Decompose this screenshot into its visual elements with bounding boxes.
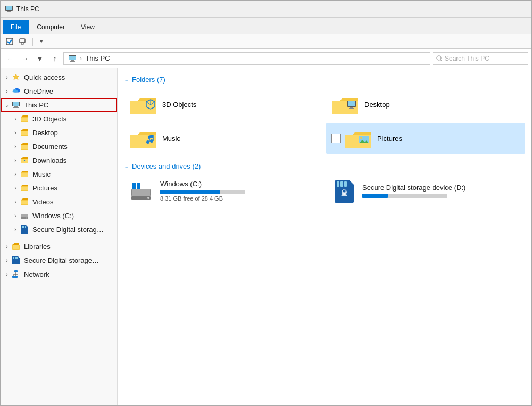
svg-rect-92	[344, 181, 347, 187]
toolbar-dropdown-btn[interactable]: ▾	[36, 36, 47, 47]
sd-card-d-info: Secure Digital storage device (D:)	[362, 184, 520, 198]
address-separator: ›	[80, 54, 82, 62]
nav-back-button[interactable]: ←	[4, 52, 16, 65]
svg-marker-19	[21, 115, 28, 117]
svg-point-74	[150, 139, 153, 143]
tab-computer[interactable]: Computer	[29, 20, 73, 34]
window-title: This PC	[16, 5, 39, 13]
folders-grid: 3D Objects	[124, 89, 525, 154]
onedrive-icon	[11, 86, 21, 96]
pictures-checkbox[interactable]	[331, 134, 341, 143]
grid-item-music[interactable]: Music	[124, 123, 323, 154]
sidebar-label-sd-storage2: Secure Digital storage…	[24, 256, 99, 264]
svg-rect-44	[22, 226, 23, 228]
sidebar-label-desktop: Desktop	[32, 129, 58, 137]
svg-rect-49	[13, 245, 19, 249]
grid-item-pictures[interactable]: Pictures	[326, 123, 525, 154]
grid-item-windows-c[interactable]: Windows (C:) 8.31 GB free of 28.4 GB	[124, 176, 323, 206]
svg-marker-13	[13, 74, 19, 80]
libraries-icon	[11, 242, 21, 251]
svg-rect-17	[13, 107, 19, 108]
sidebar-item-pictures[interactable]: › Pictures	[1, 181, 117, 195]
nav-forward-button[interactable]: →	[19, 52, 31, 65]
sidebar-item-desktop[interactable]: › Desktop	[1, 126, 117, 139]
sidebar-item-downloads[interactable]: › Downloads	[1, 153, 117, 167]
grid-label-3d-objects: 3D Objects	[162, 101, 196, 109]
videos-icon	[20, 197, 29, 206]
sidebar-item-windows-c[interactable]: › Windows (C:)	[1, 209, 117, 222]
sidebar-item-sd-storage2[interactable]: › Secure Digital storage…	[1, 253, 117, 267]
grid-item-3d-objects[interactable]: 3D Objects	[124, 89, 323, 120]
svg-rect-53	[14, 270, 18, 272]
svg-rect-2	[7, 11, 11, 12]
pictures-icon	[20, 183, 29, 193]
sidebar-item-documents[interactable]: › Documents	[1, 139, 117, 153]
sidebar-item-network[interactable]: › Network	[1, 267, 117, 281]
svg-rect-45	[23, 226, 24, 228]
folders-section-label: Folders (7)	[132, 76, 165, 84]
address-path-text: This PC	[85, 54, 110, 62]
expand-arrow-downloads: ›	[11, 158, 20, 163]
sidebar-item-music[interactable]: › Music	[1, 167, 117, 181]
sidebar-label-windows-c: Windows (C:)	[32, 212, 74, 220]
sidebar-label-documents: Documents	[32, 143, 68, 151]
devices-section-header[interactable]: ⌄ Devices and drives (2)	[124, 162, 525, 170]
pictures-folder-icon	[344, 127, 372, 150]
sidebar-label-onedrive: OneDrive	[24, 87, 53, 95]
sidebar-item-onedrive[interactable]: › OneDrive	[1, 84, 117, 98]
quick-access-icon	[11, 72, 21, 82]
address-computer-icon	[68, 54, 77, 63]
devices-section-label: Devices and drives (2)	[132, 162, 201, 170]
main-layout: › Quick access › OneDrive ⌄	[1, 68, 531, 406]
grid-item-desktop[interactable]: Desktop	[326, 89, 525, 120]
svg-rect-23	[21, 131, 28, 135]
this-pc-icon	[11, 100, 21, 110]
ribbon-toolbar: | ▾	[1, 34, 531, 48]
network-icon	[11, 269, 21, 279]
sidebar-item-videos[interactable]: › Videos	[1, 195, 117, 209]
svg-marker-32	[21, 171, 28, 172]
nav-up-button[interactable]: ↑	[48, 52, 61, 65]
grid-item-sd-card-d[interactable]: Secure Digital storage device (D:)	[326, 176, 525, 206]
expand-arrow-sd-storage: ›	[11, 227, 20, 233]
svg-point-43	[26, 218, 27, 219]
svg-rect-91	[340, 181, 343, 187]
svg-marker-22	[21, 129, 28, 131]
sidebar-label-this-pc: This PC	[24, 101, 48, 109]
sidebar-item-this-pc[interactable]: ⌄ This PC	[1, 98, 117, 112]
svg-point-94	[343, 189, 346, 192]
svg-marker-28	[21, 157, 28, 159]
svg-marker-25	[21, 143, 28, 145]
toolbar-checkbox-btn[interactable]	[4, 36, 15, 47]
svg-rect-3	[6, 12, 12, 12]
svg-rect-52	[16, 257, 18, 259]
nav-dropdown-button[interactable]: ▼	[34, 52, 46, 65]
folders-section-header[interactable]: ⌄ Folders (7)	[124, 76, 525, 84]
expand-arrow-documents: ›	[11, 144, 20, 150]
svg-rect-51	[15, 257, 16, 259]
svg-rect-90	[337, 181, 339, 187]
sidebar-item-libraries[interactable]: › Libraries	[1, 239, 117, 253]
svg-rect-36	[21, 187, 28, 190]
grid-label-pictures: Pictures	[377, 135, 402, 143]
documents-icon	[20, 142, 29, 151]
sidebar-item-quick-access[interactable]: › Quick access	[1, 70, 117, 84]
address-path[interactable]: › This PC	[63, 52, 430, 65]
sidebar-item-sd-storage[interactable]: › Secure Digital storag…	[1, 222, 117, 236]
windows-c-drive-icon	[20, 211, 29, 220]
sidebar-label-quick-access: Quick access	[24, 73, 65, 81]
tab-view[interactable]: View	[73, 20, 103, 34]
expand-arrow-windows-c: ›	[11, 213, 20, 219]
expand-arrow-this-pc: ⌄	[3, 102, 11, 108]
svg-marker-48	[12, 243, 19, 245]
svg-rect-69	[350, 107, 353, 108]
expand-arrow-onedrive: ›	[3, 88, 11, 94]
search-box[interactable]: Search This PC	[433, 52, 528, 65]
windows-c-bar	[160, 190, 245, 194]
sidebar-item-3d-objects[interactable]: › 3D Objects ←	[1, 112, 117, 126]
svg-rect-68	[348, 101, 355, 106]
svg-marker-35	[21, 185, 28, 186]
toolbar-pin-btn[interactable]	[16, 36, 28, 47]
tab-file[interactable]: File	[3, 20, 29, 34]
grid-label-desktop: Desktop	[364, 101, 390, 109]
